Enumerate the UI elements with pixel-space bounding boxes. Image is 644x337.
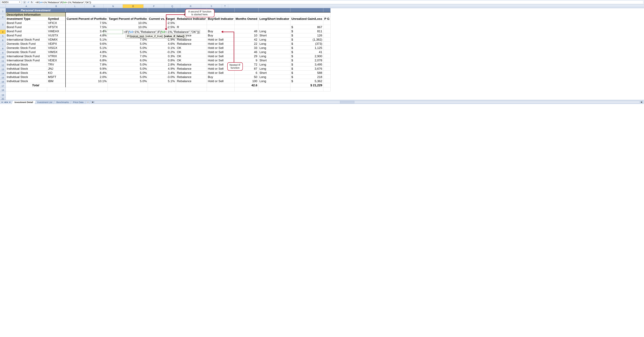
- cell[interactable]: $126: [290, 33, 323, 37]
- row-header-7[interactable]: 7: [0, 42, 6, 46]
- cell[interactable]: [176, 20, 207, 25]
- cell[interactable]: 0.8%: [148, 58, 176, 62]
- column-header-M[interactable]: M: [85, 4, 104, 8]
- cell[interactable]: 4.8%: [66, 33, 108, 37]
- cell[interactable]: [323, 74, 330, 79]
- cell[interactable]: 0.3%: [148, 54, 176, 58]
- cell[interactable]: [258, 20, 290, 25]
- column-header-R[interactable]: R: [180, 4, 201, 8]
- cell[interactable]: $3,495: [290, 62, 323, 66]
- cell[interactable]: Domestic Stock Fund: [6, 46, 47, 50]
- cell[interactable]: Long: [258, 74, 290, 79]
- formula-input[interactable]: =IF(N4>1%,"Rebalance",IF(N4<-1%,"Rebalan…: [34, 0, 643, 4]
- cell[interactable]: [323, 33, 330, 37]
- cell[interactable]: International Stock Fund: [6, 37, 47, 42]
- column-header-T[interactable]: T: [222, 4, 228, 8]
- cell[interactable]: 5.0%: [108, 46, 148, 50]
- cell[interactable]: -0.2%: [148, 50, 176, 54]
- cell[interactable]: Bond Fund: [6, 33, 47, 37]
- cell[interactable]: Hold or Sell: [207, 58, 234, 62]
- cell[interactable]: 10: [234, 33, 258, 37]
- cell[interactable]: 10.1%: [66, 79, 108, 83]
- cell[interactable]: 9.9%: [66, 66, 108, 70]
- cell[interactable]: Bond Fund: [6, 25, 47, 29]
- cell[interactable]: $2,078: [290, 58, 323, 62]
- cell[interactable]: VFICX: [47, 20, 66, 25]
- cell[interactable]: [323, 46, 330, 50]
- cell[interactable]: $3,676: [290, 66, 323, 70]
- cell[interactable]: $(1,382): [290, 37, 323, 42]
- name-box-dropdown-icon[interactable]: [19, 2, 20, 2]
- cell[interactable]: R: [176, 25, 207, 29]
- cell[interactable]: 5.1%: [148, 79, 176, 83]
- cell[interactable]: [323, 66, 330, 70]
- cell[interactable]: 46: [234, 50, 258, 54]
- scroll-left-icon[interactable]: ◀: [91, 101, 94, 104]
- name-box[interactable]: INDEX: [1, 0, 22, 4]
- cell[interactable]: Long: [258, 54, 290, 58]
- column-header-A[interactable]: A: [6, 4, 47, 8]
- cell[interactable]: [323, 29, 330, 33]
- cell[interactable]: [323, 54, 330, 58]
- cell[interactable]: 6.8%: [66, 58, 108, 62]
- cells-area[interactable]: Personal Investment Descriptive Informat…: [6, 8, 330, 100]
- row-header-8[interactable]: 8: [0, 46, 6, 51]
- column-header-P[interactable]: P: [144, 4, 164, 8]
- row-header-10[interactable]: 10: [0, 55, 6, 59]
- cell[interactable]: Hold or Sell: [207, 42, 234, 46]
- cell[interactable]: $588: [290, 70, 323, 74]
- cell[interactable]: 100: [234, 79, 258, 83]
- cell[interactable]: IBM: [47, 79, 66, 83]
- column-header-L[interactable]: L: [66, 4, 85, 8]
- cell[interactable]: MSFT: [47, 74, 66, 79]
- cell[interactable]: Short: [258, 70, 290, 74]
- cell[interactable]: [323, 50, 330, 54]
- cell[interactable]: Rebalance: [176, 74, 207, 79]
- horizontal-scrollbar[interactable]: ◀ ▶: [90, 101, 644, 104]
- cell[interactable]: [258, 25, 290, 29]
- scroll-track[interactable]: [94, 101, 640, 104]
- cell[interactable]: 5.0%: [108, 74, 148, 79]
- column-header-B[interactable]: B: [47, 4, 66, 8]
- cell[interactable]: VISGX: [47, 46, 66, 50]
- row-header-1[interactable]: 1: [0, 8, 6, 14]
- row-header-3[interactable]: 3: [0, 19, 6, 30]
- sheet-tab[interactable]: Investment List: [34, 100, 55, 104]
- column-header-S[interactable]: S: [201, 4, 222, 8]
- cell[interactable]: 3.4%: [148, 70, 176, 74]
- sheet-tab[interactable]: Benchmarks: [54, 100, 72, 104]
- cell[interactable]: VEIPX: [47, 42, 66, 46]
- cell[interactable]: Long: [258, 66, 290, 70]
- cell[interactable]: KO: [47, 70, 66, 74]
- cell[interactable]: 6.0%: [108, 58, 148, 62]
- cell[interactable]: International Stock Fund: [6, 54, 47, 58]
- cell[interactable]: [323, 70, 330, 74]
- cell[interactable]: OK: [176, 50, 207, 54]
- cell[interactable]: 2.0%: [66, 74, 108, 79]
- cell[interactable]: Long: [258, 29, 290, 33]
- cell[interactable]: Individual Stock: [6, 74, 47, 79]
- cell[interactable]: VDMIX: [47, 37, 66, 42]
- cell[interactable]: Bond Fund: [6, 29, 47, 33]
- cell[interactable]: VIMSX: [47, 50, 66, 54]
- cell[interactable]: Hold or Sell: [207, 50, 234, 54]
- cell[interactable]: 4.9%: [148, 66, 176, 70]
- cell[interactable]: Rebalance: [176, 66, 207, 70]
- cell[interactable]: Short: [258, 33, 290, 37]
- cell[interactable]: 22: [234, 42, 258, 46]
- cell[interactable]: 48: [234, 29, 258, 33]
- cell[interactable]: Long: [258, 46, 290, 50]
- cell[interactable]: 6: [234, 70, 258, 74]
- cell[interactable]: [234, 25, 258, 29]
- cell[interactable]: Buy: [207, 33, 234, 37]
- cell[interactable]: Hold or Sell: [207, 54, 234, 58]
- enter-icon[interactable]: ✓: [28, 1, 30, 4]
- cell[interactable]: 4.8%: [66, 50, 108, 54]
- cell[interactable]: JNJ: [47, 66, 66, 70]
- new-sheet-button[interactable]: ✧: [85, 100, 91, 104]
- cell[interactable]: Bond Fund: [6, 20, 47, 25]
- cell[interactable]: Buy: [207, 29, 234, 33]
- fx-icon[interactable]: fx: [31, 1, 32, 4]
- nav-next-icon[interactable]: ▶: [6, 101, 8, 103]
- cell[interactable]: Individual Stock: [6, 66, 47, 70]
